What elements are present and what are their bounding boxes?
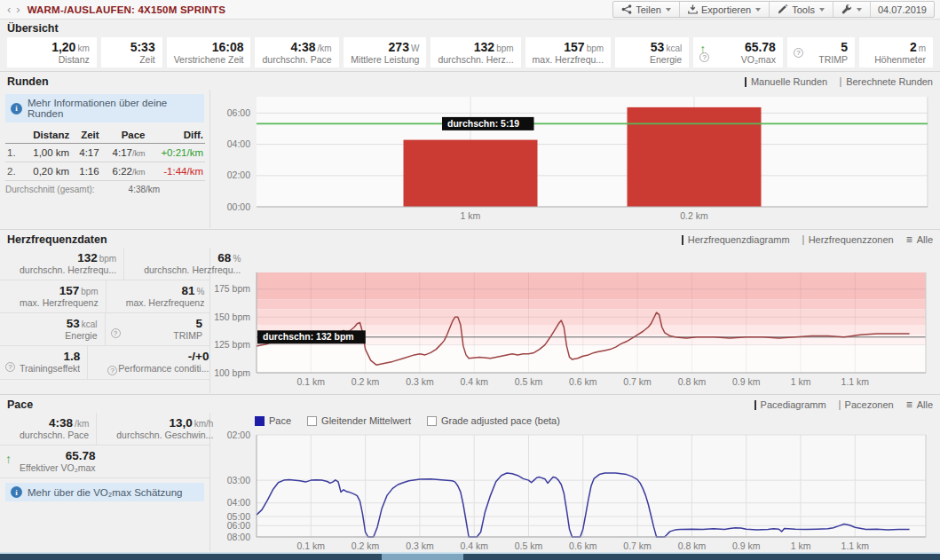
activity-page: ‹ › WARM-/AUSLAUFEN: 4X150M SPRINTS Teil… (0, 0, 940, 560)
svg-text:0.5 km: 0.5 km (515, 540, 543, 551)
link-hr-chart[interactable]: Herzfrequenzdiagramm (682, 234, 790, 245)
stat-distance: 1,20kmDistanz (7, 37, 97, 67)
section-laps: Runden Manuelle Runden Berechnete Runden… (0, 71, 940, 229)
wrench-icon (841, 4, 852, 14)
laps-table: Distanz Zeit Pace Diff. 1. 1,00 km 4:17 … (5, 127, 205, 181)
svg-text:08:00: 08:00 (227, 532, 250, 542)
stat-time: 5:33Zeit (101, 37, 162, 67)
svg-text:0.7 km: 0.7 km (623, 376, 652, 387)
svg-text:03:00: 03:00 (227, 475, 250, 485)
section-heart-rate: Herzfrequenzdaten Herzfrequenzdiagramm H… (0, 229, 940, 394)
caret-down-icon (857, 8, 862, 12)
col-distance: Distanz (20, 127, 71, 144)
svg-text:100 bpm: 100 bpm (214, 367, 250, 378)
svg-text:02:00: 02:00 (227, 430, 250, 440)
pace-chart[interactable]: 02:0003:0004:0005:0006:0008:000.1 km0.2 … (210, 429, 938, 553)
share-button[interactable]: Teilen (613, 2, 679, 17)
svg-text:0.6 km: 0.6 km (569, 540, 597, 551)
svg-text:1 km: 1 km (791, 540, 811, 551)
laps-bar-chart[interactable]: 00:0002:0004:0006:001 km0.2 kmdurchschn:… (210, 90, 938, 228)
prev-activity-icon[interactable]: ‹ (5, 2, 12, 18)
svg-text:durchschn: 132 bpm: durchschn: 132 bpm (263, 331, 354, 342)
checkbox-icon (427, 416, 437, 426)
link-calculated-laps[interactable]: Berechnete Runden (840, 76, 933, 87)
download-icon (688, 4, 698, 14)
overview-heading: Übersicht (7, 22, 59, 35)
svg-text:06:00: 06:00 (227, 520, 250, 531)
top-toolbar: ‹ › WARM-/AUSLAUFEN: 4X150M SPRINTS Teil… (0, 0, 940, 20)
stat-avg-pace: 4:38/kmdurchschn. Pace (255, 37, 338, 67)
tools-button[interactable]: Tools (769, 2, 833, 17)
help-icon[interactable]: ? (794, 48, 803, 58)
stat-avg-pace-detail: 4:38/kmdurchschn. Pace (0, 413, 96, 445)
link-hr-all[interactable]: ≡Alle (906, 233, 933, 246)
section-pace: Pace Pacediagramm Pacezonen ≡Alle 4:38/k… (0, 394, 940, 552)
laps-info-banner[interactable]: i Mehr Informationen über deine Runden (5, 94, 204, 122)
scrollbar-thumb[interactable] (382, 554, 463, 560)
checkbox-icon (307, 416, 317, 426)
svg-text:0.4 km: 0.4 km (460, 376, 488, 387)
stat-avg-speed: 13,0km/hdurchschn. Geschwin... (96, 413, 220, 445)
pace-heading: Pace (7, 398, 33, 411)
share-label: Teilen (636, 4, 661, 15)
col-time: Zeit (71, 127, 100, 144)
svg-text:0.9 km: 0.9 km (732, 540, 761, 551)
laps-average: Durchschnitt (gesamt): 4:38/km (5, 185, 204, 194)
svg-text:125 bpm: 125 bpm (214, 339, 250, 350)
help-icon[interactable]: ? (699, 52, 709, 62)
caret-down-icon (819, 8, 825, 12)
bottom-scrollbar[interactable] (0, 552, 940, 560)
svg-text:durchschn: 5:19: durchschn: 5:19 (447, 118, 519, 129)
link-pace-zones[interactable]: Pacezonen (839, 399, 894, 410)
laps-panel: i Mehr Informationen über deine Runden D… (0, 90, 210, 228)
svg-text:0.9 km: 0.9 km (732, 376, 761, 387)
svg-text:175 bpm: 175 bpm (214, 283, 250, 294)
heart-rate-chart[interactable]: 100 bpm125 bpm150 bpm175 bpm0.1 km0.2 km… (210, 248, 938, 393)
svg-text:02:00: 02:00 (227, 170, 250, 180)
help-icon[interactable]: ? (107, 366, 117, 375)
stat-vo2max: ↑?65.78VO₂max (693, 37, 783, 67)
link-hr-zones[interactable]: Herzfrequenzzonen (802, 234, 894, 245)
legend-moving-average[interactable]: Gleitender Mittelwert (307, 415, 411, 426)
checkbox-checked-icon (255, 416, 265, 426)
activity-date: 04.07.2019 (870, 2, 934, 17)
section-overview: Übersicht 1,20kmDistanz 5:33Zeit 16:08Ve… (0, 20, 940, 71)
svg-text:0.2 km: 0.2 km (352, 540, 380, 551)
svg-text:0.7 km: 0.7 km (623, 540, 652, 551)
help-icon[interactable]: ? (5, 362, 15, 372)
stat-max-hr-pct: 81%max. Herzfrequenz (106, 280, 212, 312)
export-button[interactable]: Exportieren (679, 2, 769, 17)
legend-grade-adjusted[interactable]: Grade adjusted pace (beta) (427, 415, 560, 426)
stat-elevation: 2mHöhenmeter (859, 37, 933, 67)
stat-elapsed-time: 16:08Verstrichene Zeit (167, 37, 251, 67)
svg-text:0.8 km: 0.8 km (678, 540, 707, 551)
next-activity-icon[interactable]: › (14, 2, 21, 18)
stat-avg-power: 273WMittlere Leistung (344, 37, 427, 67)
link-manual-laps[interactable]: Manuelle Runden (745, 76, 827, 87)
svg-text:06:00: 06:00 (227, 107, 250, 118)
stat-training-effect: ?1.8Trainingseffekt (0, 346, 87, 379)
vo2max-info-banner[interactable]: i Mehr über die VO₂max Schätzung (5, 483, 204, 501)
share-icon (621, 4, 632, 14)
svg-text:1 km: 1 km (461, 210, 481, 221)
stat-avg-hr-bpm: 132bpmdurchschn. Herzfrequ... (0, 248, 123, 280)
link-pace-all[interactable]: ≡Alle (906, 398, 933, 411)
link-pace-chart[interactable]: Pacediagramm (754, 399, 826, 410)
toolbar-button-group: Teilen Exportieren Tools 04.07.2019 (612, 1, 935, 18)
lap-row[interactable]: 2. 0,20 km 1:16 6:22/km -1:44/km (5, 162, 205, 181)
svg-text:1.1 km: 1.1 km (841, 376, 870, 387)
lap-row[interactable]: 1. 1,00 km 4:17 4:17/km +0:21/km (5, 144, 205, 162)
help-icon[interactable]: ? (111, 328, 121, 338)
legend-pace[interactable]: Pace (255, 415, 291, 426)
col-pace: Pace (101, 127, 147, 144)
caret-down-icon (666, 8, 671, 12)
stat-performance-condition: -/+0?Performance conditi... (87, 346, 216, 379)
export-label: Exportieren (701, 4, 751, 15)
settings-button[interactable] (833, 2, 870, 17)
svg-text:04:00: 04:00 (227, 497, 250, 508)
laps-info-text: Mehr Informationen über deine Runden (28, 98, 199, 119)
pace-legend: Pace Gleitender Mittelwert Grade adjuste… (210, 413, 940, 429)
hr-stats-panel: 132bpmdurchschn. Herzfrequ... 68%durchsc… (0, 248, 210, 393)
svg-text:0.6 km: 0.6 km (569, 376, 597, 387)
pencil-icon (778, 4, 788, 14)
